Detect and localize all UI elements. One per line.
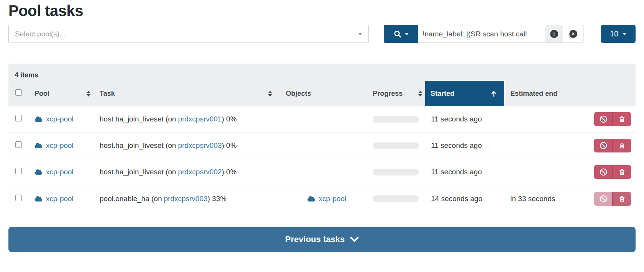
sort-icon	[87, 91, 90, 97]
cloud-icon	[34, 169, 43, 175]
cloud-icon	[34, 116, 43, 122]
sort-icon	[418, 91, 422, 97]
clear-icon: ✕	[569, 30, 577, 38]
sort-icon	[268, 91, 272, 97]
task-text: ) 0%	[222, 115, 237, 123]
destroy-task-button[interactable]	[613, 192, 631, 206]
estimated-end-value: in 33 seconds	[504, 195, 587, 203]
table-row: xcp-pool host.ha_join_liveset (onprdxcps…	[8, 133, 636, 159]
pool-link[interactable]: xcp-pool	[46, 195, 74, 203]
started-value: 11 seconds ago	[425, 168, 504, 176]
started-value: 11 seconds ago	[425, 115, 504, 123]
started-value: 11 seconds ago	[425, 141, 504, 150]
task-label: host.ha_join_liveset (onprdxcpsrv001) 0%	[100, 115, 237, 123]
search-icon	[393, 30, 401, 38]
host-link[interactable]: prdxcpsrv002	[178, 168, 222, 176]
destroy-task-button[interactable]	[613, 165, 631, 179]
table-row: xcp-pool host.ha_join_liveset (onprdxcps…	[8, 106, 636, 133]
destroy-task-button[interactable]	[613, 139, 631, 152]
host-link[interactable]: prdxcpsrv003	[164, 195, 208, 203]
task-label: pool.enable_ha (onprdxcpsrv003) 33%	[100, 195, 226, 203]
cancel-task-button[interactable]	[594, 139, 613, 152]
previous-tasks-button[interactable]: Previous tasks	[8, 227, 636, 252]
page-title: Pool tasks	[8, 2, 636, 20]
column-label-started: Started	[431, 90, 454, 98]
search-clear-addon[interactable]: ✕	[563, 25, 583, 43]
search-filter-button[interactable]	[384, 25, 418, 43]
column-label-task: Task	[100, 90, 115, 98]
cloud-icon	[307, 196, 315, 202]
sort-ascending-arrow-icon	[490, 90, 497, 98]
column-header-estimated-end: Estimated end	[504, 90, 587, 98]
task-text: host.ha_join_liveset (on	[100, 168, 176, 176]
ban-icon	[599, 195, 608, 203]
previous-tasks-label: Previous tasks	[285, 234, 344, 244]
column-header-objects: Objects	[286, 90, 373, 98]
table-header: 4 items Pool Task Objects Progress	[8, 64, 636, 106]
column-label-pool: Pool	[34, 90, 49, 98]
chevron-down-icon	[350, 236, 359, 243]
search-group: i ✕	[384, 25, 583, 43]
progress-bar	[373, 116, 419, 123]
search-info-addon[interactable]: i	[545, 25, 563, 43]
cancel-task-button-disabled	[594, 192, 613, 206]
column-label-estimated-end: Estimated end	[510, 90, 557, 97]
chevron-down-icon	[623, 33, 626, 35]
host-link[interactable]: prdxcpsrv001	[178, 115, 222, 123]
row-checkbox[interactable]	[15, 168, 22, 174]
ban-icon	[599, 115, 608, 123]
progress-bar	[373, 195, 419, 202]
task-text: host.ha_join_liveset (on	[100, 115, 176, 123]
table-row: xcp-pool host.ha_join_liveset (onprdxcps…	[8, 159, 636, 185]
task-label: host.ha_join_liveset (onprdxcpsrv002) 0%	[100, 168, 237, 176]
row-checkbox[interactable]	[15, 115, 22, 121]
trash-icon	[618, 142, 626, 149]
tasks-table: 4 items Pool Task Objects Progress	[8, 64, 636, 212]
ban-icon	[599, 168, 608, 176]
cancel-task-button[interactable]	[594, 112, 613, 126]
items-count: 4 items	[8, 64, 636, 81]
column-header-progress[interactable]: Progress	[373, 90, 425, 98]
trash-icon	[618, 115, 626, 123]
task-text: host.ha_join_liveset (on	[100, 141, 176, 149]
pool-link[interactable]: xcp-pool	[46, 141, 74, 150]
task-text: ) 0%	[222, 168, 237, 176]
column-header-started-active-sort[interactable]: Started	[425, 81, 504, 106]
task-text: ) 0%	[222, 141, 237, 149]
destroy-task-button[interactable]	[613, 112, 631, 126]
chevron-down-icon	[358, 33, 362, 35]
select-all-checkbox[interactable]	[15, 89, 22, 96]
row-checkbox[interactable]	[15, 141, 22, 148]
cloud-icon	[34, 196, 43, 202]
pool-link[interactable]: xcp-pool	[46, 168, 74, 176]
column-headers-row: Pool Task Objects Progress Started	[8, 81, 636, 106]
cancel-task-button[interactable]	[594, 165, 613, 179]
table-row: xcp-pool pool.enable_ha (onprdxcpsrv003)…	[8, 185, 636, 212]
pool-select-placeholder: Select pool(s)...	[15, 30, 66, 38]
pool-select[interactable]: Select pool(s)...	[8, 25, 369, 43]
page-size-dropdown[interactable]: 10	[601, 25, 636, 43]
column-header-task[interactable]: Task	[100, 90, 286, 98]
object-pool-link[interactable]: xcp-pool	[319, 195, 346, 203]
chevron-down-icon	[405, 33, 409, 35]
progress-bar	[373, 169, 419, 175]
search-input[interactable]	[418, 25, 545, 43]
ban-icon	[599, 141, 608, 150]
column-header-pool[interactable]: Pool	[34, 90, 100, 98]
progress-bar	[373, 143, 419, 149]
filter-row: Select pool(s)... i ✕ 10	[8, 25, 636, 43]
task-text: ) 33%	[208, 195, 227, 203]
pool-link[interactable]: xcp-pool	[46, 115, 74, 123]
trash-icon	[618, 168, 626, 176]
info-icon: i	[550, 30, 558, 38]
row-checkbox[interactable]	[15, 195, 22, 201]
host-link[interactable]: prdxcpsrv003	[178, 141, 222, 149]
task-label: host.ha_join_liveset (onprdxcpsrv003) 0%	[100, 141, 237, 150]
cloud-icon	[34, 143, 43, 149]
started-value: 14 seconds ago	[425, 195, 504, 203]
column-label-objects: Objects	[286, 90, 311, 97]
trash-icon	[618, 195, 626, 203]
task-text: pool.enable_ha (on	[100, 195, 162, 203]
page-size-value: 10	[610, 29, 618, 38]
column-label-progress: Progress	[373, 90, 403, 98]
